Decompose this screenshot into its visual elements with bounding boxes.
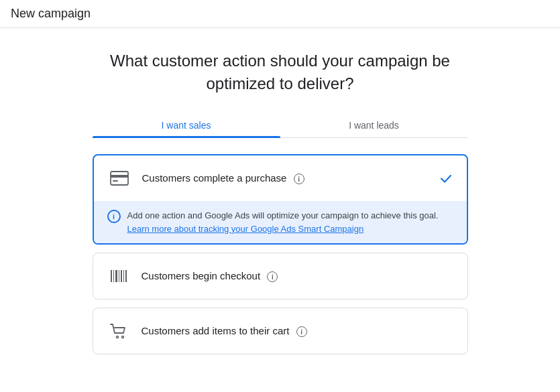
option-card-purchase[interactable]: Customers complete a purchase i i Add on… <box>93 154 468 245</box>
card-label-checkout: Customers begin checkout i <box>142 270 454 283</box>
card-main-row-cart: Customers add items to their cart i <box>93 308 467 354</box>
info-icon-checkout[interactable]: i <box>267 271 278 282</box>
page-title: New campaign <box>11 7 91 21</box>
tab-leads[interactable]: I want leads <box>280 113 468 137</box>
info-icon-purchase[interactable]: i <box>294 174 304 184</box>
card-main-row-purchase: Customers complete a purchase i <box>94 155 467 201</box>
option-card-checkout[interactable]: Customers begin checkout i <box>93 253 468 300</box>
question-heading: What customer action should your campaig… <box>79 50 482 94</box>
option-card-cart[interactable]: Customers add items to their cart i <box>93 308 468 354</box>
info-panel-icon: i <box>107 210 121 223</box>
page-header: New campaign <box>0 0 560 28</box>
svg-rect-4 <box>113 270 114 282</box>
info-panel-text: Add one action and Google Ads will optim… <box>127 209 453 235</box>
check-icon-purchase <box>431 171 453 186</box>
card-label-purchase: Customers complete a purchase i <box>142 172 431 185</box>
svg-rect-1 <box>111 175 128 178</box>
svg-point-11 <box>121 336 123 338</box>
svg-point-10 <box>116 336 118 338</box>
card-label-cart: Customers add items to their cart i <box>142 325 454 338</box>
info-panel-link[interactable]: Learn more about tracking your Google Ad… <box>127 224 364 234</box>
svg-rect-9 <box>125 270 127 282</box>
svg-rect-3 <box>111 270 112 282</box>
tabs-container: I want sales I want leads <box>93 113 468 138</box>
credit-card-icon <box>107 166 131 190</box>
svg-rect-2 <box>113 180 118 182</box>
svg-rect-5 <box>115 270 117 282</box>
main-content: What customer action should your campaig… <box>0 28 560 371</box>
tab-sales[interactable]: I want sales <box>93 113 280 137</box>
svg-rect-8 <box>123 270 124 282</box>
svg-rect-7 <box>121 270 122 282</box>
info-panel-purchase: i Add one action and Google Ads will opt… <box>94 201 467 243</box>
svg-rect-6 <box>119 270 119 282</box>
card-main-row-checkout: Customers begin checkout i <box>93 253 467 299</box>
info-icon-cart[interactable]: i <box>296 326 307 337</box>
barcode-icon <box>107 264 131 288</box>
cards-container: Customers complete a purchase i i Add on… <box>93 154 468 354</box>
svg-rect-0 <box>111 172 128 185</box>
cart-icon <box>107 319 131 343</box>
